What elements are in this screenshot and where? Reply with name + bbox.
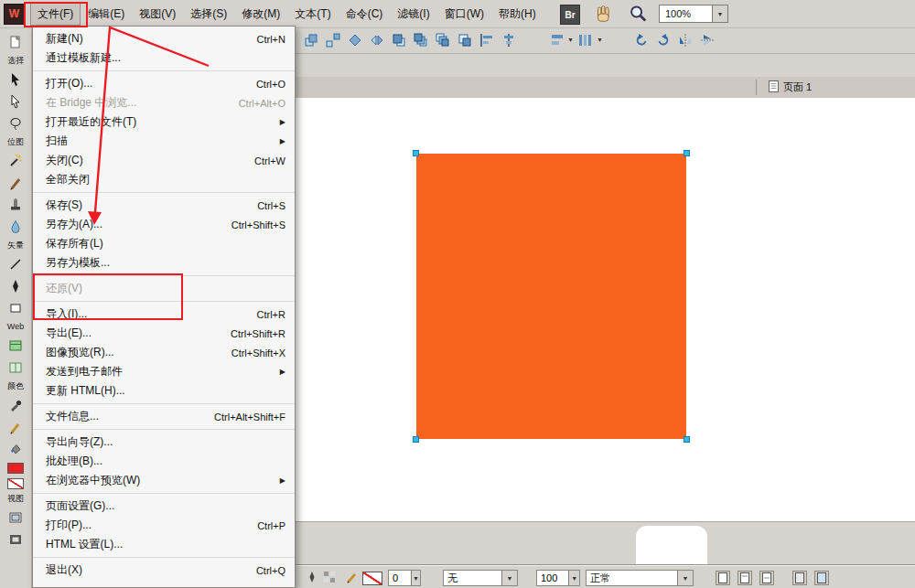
menu-modify[interactable]: 修改(M) — [234, 3, 287, 26]
menu-item-revert[interactable]: 还原(V) — [33, 279, 295, 298]
flip-horizontal-icon[interactable] — [676, 30, 695, 49]
hand-tool-icon[interactable] — [593, 5, 613, 23]
eyedropper-tool[interactable] — [4, 394, 27, 416]
bring-to-front-icon[interactable] — [389, 30, 408, 49]
magic-wand-tool[interactable] — [4, 150, 27, 172]
stroke-category-dropdown[interactable]: 无 ▼ — [443, 570, 518, 586]
prop-button-5[interactable] — [814, 571, 829, 585]
menu-item-browse-in-bridge[interactable]: 在 Bridge 中浏览...Ctrl+Alt+O — [33, 93, 295, 112]
bridge-button[interactable]: Br — [560, 5, 580, 25]
menu-item-export-wizard[interactable]: 导出向导(Z)... — [33, 433, 295, 452]
slice-tool[interactable] — [4, 335, 27, 357]
hide-slices-tool[interactable] — [4, 357, 27, 379]
bring-forward-icon[interactable] — [411, 30, 430, 49]
pointer-tool[interactable] — [4, 69, 27, 91]
menu-item-open-recent[interactable]: 打开最近的文件(T)▶ — [33, 112, 295, 132]
brush-tool[interactable] — [4, 172, 27, 194]
menu-item-new-from-template[interactable]: 通过模板新建... — [33, 48, 295, 68]
menu-commands[interactable]: 命令(C) — [339, 3, 391, 26]
lasso-tool[interactable] — [4, 112, 27, 134]
prop-pen-icon — [305, 570, 319, 584]
paint-bucket-tool[interactable] — [4, 438, 27, 460]
prop-button-4[interactable] — [792, 571, 807, 585]
selected-rectangle-object[interactable] — [416, 154, 686, 439]
rubber-stamp-tool[interactable] — [4, 194, 27, 216]
selection-handle-nw[interactable] — [413, 150, 419, 156]
menu-item-export[interactable]: 导出(E)...Ctrl+Shift+R — [33, 324, 295, 343]
menu-item-import[interactable]: 导入(I)...Ctrl+R — [33, 305, 295, 324]
standard-screen-mode-icon[interactable] — [4, 507, 27, 529]
menu-item-file-info[interactable]: 文件信息...Ctrl+Alt+Shift+F — [33, 407, 295, 426]
chevron-down-icon[interactable]: ▼ — [411, 571, 420, 585]
zoom-level-combobox[interactable]: 100% ▼ — [659, 5, 728, 23]
new-document-icon[interactable] — [4, 31, 27, 53]
chevron-down-icon[interactable]: ▼ — [501, 571, 517, 585]
split-icon[interactable] — [367, 30, 386, 49]
page-tab[interactable]: 页面 1 — [761, 77, 819, 98]
menu-filters[interactable]: 滤镜(I) — [390, 3, 436, 26]
join-icon[interactable] — [345, 30, 364, 49]
fill-color-well[interactable] — [7, 476, 24, 491]
menu-file[interactable]: 文件(F) — [30, 3, 81, 26]
menu-item-scan[interactable]: 扫描▶ — [33, 132, 295, 151]
menu-item-new[interactable]: 新建(N)Ctrl+N — [33, 29, 295, 48]
menu-item-image-preview[interactable]: 图像预览(R)...Ctrl+Shift+X — [33, 343, 295, 362]
prop-button-2[interactable] — [737, 571, 752, 585]
menu-help[interactable]: 帮助(H) — [491, 3, 544, 26]
prop-button-3[interactable] — [759, 571, 774, 585]
blend-mode-dropdown[interactable]: 正常 ▼ — [586, 570, 694, 586]
blur-tool[interactable] — [4, 216, 27, 238]
stroke-color-well[interactable] — [7, 460, 24, 476]
pen-tool[interactable] — [4, 275, 27, 297]
rectangle-tool[interactable] — [4, 297, 27, 319]
menu-item-close[interactable]: 关闭(C)Ctrl+W — [33, 151, 295, 170]
chevron-down-icon[interactable]: ▼ — [568, 571, 579, 585]
pencil-tool[interactable] — [4, 416, 27, 438]
menu-item-page-setup[interactable]: 页面设置(G)... — [33, 497, 295, 516]
line-tool[interactable] — [4, 253, 27, 275]
selection-handle-sw[interactable] — [413, 436, 419, 443]
menu-view[interactable]: 视图(V) — [132, 3, 183, 26]
align-edge-icon[interactable] — [477, 30, 496, 49]
menu-item-send-to-email[interactable]: 发送到电子邮件▶ — [33, 362, 295, 381]
menu-item-save-all[interactable]: 保存所有(L) — [33, 234, 295, 253]
send-backward-icon[interactable] — [433, 30, 452, 49]
stroke-color-well[interactable] — [362, 572, 382, 585]
zoom-tool-icon[interactable] — [628, 5, 648, 23]
opacity-input[interactable] — [537, 571, 568, 585]
stroke-size-stepper[interactable]: ▼ — [388, 570, 421, 586]
menu-item-save-as-template[interactable]: 另存为模板... — [33, 253, 295, 273]
menu-item-preview-in-browser[interactable]: 在浏览器中预览(W)▶ — [33, 471, 295, 490]
menu-edit[interactable]: 编辑(E) — [81, 3, 132, 26]
align-dropdown[interactable]: ▼ — [547, 30, 574, 49]
menu-text[interactable]: 文本(T) — [287, 3, 338, 26]
full-screen-mode-icon[interactable] — [4, 529, 27, 551]
stroke-size-input[interactable] — [389, 571, 411, 585]
chevron-down-icon[interactable]: ▼ — [712, 5, 727, 22]
chevron-down-icon[interactable]: ▼ — [677, 571, 693, 585]
align-center-icon[interactable] — [499, 30, 518, 49]
menu-window[interactable]: 窗口(W) — [437, 3, 491, 26]
selection-handle-ne[interactable] — [684, 150, 690, 156]
menu-item-open[interactable]: 打开(O)...Ctrl+O — [33, 74, 295, 93]
opacity-stepper[interactable]: ▼ — [536, 570, 580, 586]
menu-item-batch-process[interactable]: 批处理(B)... — [33, 452, 295, 471]
group-icon[interactable] — [301, 30, 320, 49]
distribute-dropdown[interactable]: ▼ — [576, 30, 603, 49]
rotate-cw-icon[interactable] — [654, 30, 673, 49]
menu-item-update-html[interactable]: 更新 HTML(H)... — [33, 381, 295, 401]
menu-item-print[interactable]: 打印(P)...Ctrl+P — [33, 516, 295, 535]
send-to-back-icon[interactable] — [455, 30, 474, 49]
menu-item-save[interactable]: 保存(S)Ctrl+S — [33, 196, 295, 215]
rotate-ccw-icon[interactable] — [632, 30, 651, 49]
selection-handle-se[interactable] — [684, 436, 690, 443]
subselection-tool[interactable] — [4, 91, 27, 112]
flip-vertical-icon[interactable] — [698, 30, 717, 49]
menu-item-exit[interactable]: 退出(X)Ctrl+Q — [33, 561, 295, 580]
menu-item-close-all[interactable]: 全部关闭 — [33, 170, 295, 189]
menu-select[interactable]: 选择(S) — [183, 3, 234, 26]
prop-button-1[interactable] — [716, 571, 730, 585]
ungroup-icon[interactable] — [323, 30, 342, 49]
menu-item-html-setup[interactable]: HTML 设置(L)... — [33, 535, 295, 554]
menu-item-save-as[interactable]: 另存为(A)...Ctrl+Shift+S — [33, 215, 295, 234]
